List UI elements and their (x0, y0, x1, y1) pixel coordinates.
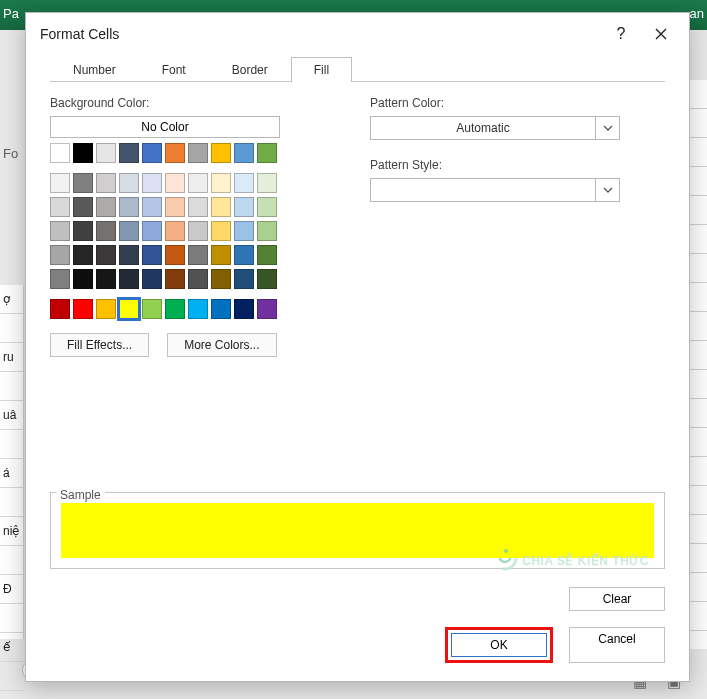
color-swatch[interactable] (96, 299, 116, 319)
color-swatch[interactable] (234, 245, 254, 265)
color-swatch[interactable] (257, 143, 277, 163)
tab-number[interactable]: Number (50, 57, 139, 82)
color-swatch[interactable] (188, 269, 208, 289)
color-swatch[interactable] (257, 221, 277, 241)
color-swatch[interactable] (165, 269, 185, 289)
pattern-style-dropdown[interactable] (370, 178, 620, 202)
svg-point-1 (504, 549, 508, 553)
color-swatch[interactable] (211, 143, 231, 163)
color-swatch[interactable] (142, 299, 162, 319)
no-color-button[interactable]: No Color (50, 116, 280, 138)
color-swatch[interactable] (188, 221, 208, 241)
color-swatch[interactable] (50, 269, 70, 289)
pattern-color-dropdown[interactable]: Automatic (370, 116, 620, 140)
color-swatch[interactable] (73, 221, 93, 241)
format-cells-dialog: Format Cells ? Number Font Border Fill B… (25, 12, 690, 682)
chevron-down-icon (595, 117, 619, 139)
color-swatch[interactable] (73, 173, 93, 193)
color-swatch[interactable] (73, 245, 93, 265)
color-swatch[interactable] (142, 245, 162, 265)
color-swatch[interactable] (119, 245, 139, 265)
color-swatch[interactable] (234, 173, 254, 193)
color-swatch[interactable] (211, 221, 231, 241)
color-swatch[interactable] (257, 299, 277, 319)
tab-font[interactable]: Font (139, 57, 209, 82)
sample-label: Sample (56, 488, 105, 502)
tab-fill[interactable]: Fill (291, 57, 352, 82)
color-swatch[interactable] (257, 269, 277, 289)
color-swatch[interactable] (119, 299, 139, 319)
color-swatch[interactable] (142, 197, 162, 217)
color-swatch[interactable] (96, 269, 116, 289)
ok-button[interactable]: OK (451, 633, 547, 657)
color-swatch[interactable] (234, 197, 254, 217)
color-swatch[interactable] (142, 173, 162, 193)
theme-tints-row (50, 173, 280, 193)
color-swatch[interactable] (257, 245, 277, 265)
color-swatch[interactable] (257, 197, 277, 217)
theme-colors-row (50, 143, 280, 163)
color-swatch[interactable] (73, 197, 93, 217)
color-swatch[interactable] (96, 221, 116, 241)
theme-tints-row (50, 269, 280, 289)
color-swatch[interactable] (142, 269, 162, 289)
color-swatch[interactable] (165, 221, 185, 241)
close-button[interactable] (641, 17, 681, 51)
color-swatch[interactable] (96, 245, 116, 265)
color-swatch[interactable] (119, 221, 139, 241)
standard-colors-row (50, 299, 280, 319)
color-swatch[interactable] (188, 173, 208, 193)
bg-spreadsheet-grid (689, 80, 707, 649)
color-swatch[interactable] (73, 299, 93, 319)
color-swatch[interactable] (211, 245, 231, 265)
help-button[interactable]: ? (601, 17, 641, 51)
color-swatch[interactable] (234, 269, 254, 289)
color-swatch[interactable] (165, 245, 185, 265)
color-swatch[interactable] (73, 143, 93, 163)
clear-button[interactable]: Clear (569, 587, 665, 611)
color-swatch[interactable] (50, 143, 70, 163)
cancel-button[interactable]: Cancel (569, 627, 665, 663)
dialog-title: Format Cells (40, 26, 601, 42)
color-swatch[interactable] (211, 173, 231, 193)
color-swatch[interactable] (119, 173, 139, 193)
color-swatch[interactable] (96, 197, 116, 217)
color-swatch[interactable] (96, 173, 116, 193)
color-swatch[interactable] (50, 221, 70, 241)
color-swatch[interactable] (165, 143, 185, 163)
color-swatch[interactable] (188, 197, 208, 217)
color-swatch[interactable] (234, 143, 254, 163)
color-swatch[interactable] (119, 269, 139, 289)
color-swatch[interactable] (211, 269, 231, 289)
color-swatch[interactable] (119, 197, 139, 217)
color-swatch[interactable] (165, 299, 185, 319)
color-swatch[interactable] (188, 143, 208, 163)
more-colors-button[interactable]: More Colors... (167, 333, 276, 357)
color-swatch[interactable] (188, 245, 208, 265)
color-swatch[interactable] (50, 173, 70, 193)
color-swatch[interactable] (257, 173, 277, 193)
color-swatch[interactable] (142, 143, 162, 163)
watermark-icon (492, 545, 518, 571)
chevron-down-icon (595, 179, 619, 201)
color-swatch[interactable] (234, 221, 254, 241)
color-swatch[interactable] (96, 143, 116, 163)
color-swatch[interactable] (165, 197, 185, 217)
color-swatch[interactable] (234, 299, 254, 319)
color-swatch[interactable] (119, 143, 139, 163)
tab-bar: Number Font Border Fill (26, 55, 689, 81)
color-swatch[interactable] (142, 221, 162, 241)
color-swatch[interactable] (73, 269, 93, 289)
color-swatch[interactable] (50, 197, 70, 217)
theme-tints-row (50, 197, 280, 217)
color-swatch[interactable] (188, 299, 208, 319)
titlebar: Format Cells ? (26, 13, 689, 55)
tab-border[interactable]: Border (209, 57, 291, 82)
color-swatch[interactable] (50, 299, 70, 319)
color-swatch[interactable] (165, 173, 185, 193)
color-swatch[interactable] (50, 245, 70, 265)
color-swatch[interactable] (211, 299, 231, 319)
bg-group-label: Fo (3, 146, 18, 161)
color-swatch[interactable] (211, 197, 231, 217)
fill-effects-button[interactable]: Fill Effects... (50, 333, 149, 357)
